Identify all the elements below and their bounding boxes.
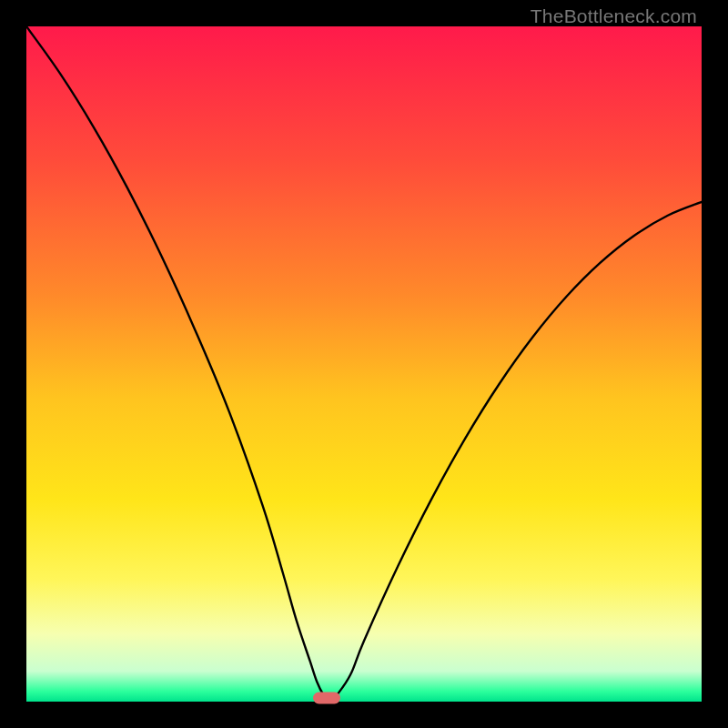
optimum-marker xyxy=(313,693,340,704)
curve-layer xyxy=(26,26,702,702)
plot-area xyxy=(26,26,702,702)
watermark-text: TheBottleneck.com xyxy=(531,5,697,27)
bottleneck-curve xyxy=(26,26,702,702)
chart-frame: TheBottleneck.com xyxy=(0,0,728,728)
